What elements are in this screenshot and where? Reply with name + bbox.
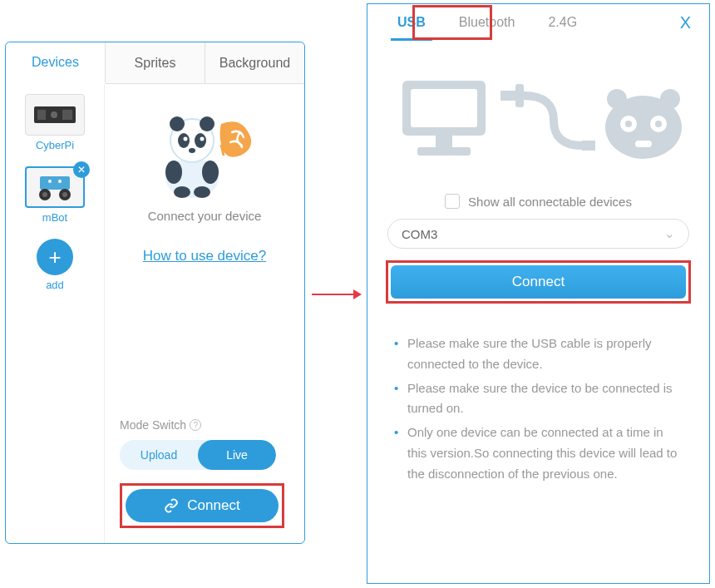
showall-checkbox[interactable] [445, 194, 460, 209]
note-item: Only one device can be connected at a ti… [391, 422, 686, 484]
devices-body: CyberPi ✕ mBot + add [6, 84, 304, 543]
arrow-icon [312, 289, 362, 300]
tab-usb[interactable]: USB [381, 4, 442, 41]
device-item-add[interactable]: + add [22, 239, 88, 291]
device-label: CyberPi [36, 139, 74, 151]
device-list: CyberPi ✕ mBot + add [6, 84, 104, 543]
close-icon[interactable]: X [675, 13, 696, 32]
howto-link[interactable]: How to use device? [143, 248, 266, 264]
connection-tabs: USB Bluetooth 2.4G X [367, 4, 709, 41]
panel-tabs: Devices Sprites Background [6, 42, 304, 84]
chevron-down-icon: ⌄ [664, 226, 675, 241]
mode-section: Mode Switch ? Upload Live Connect [115, 418, 294, 528]
notes-list: Please make sure the USB cable is proper… [391, 334, 686, 484]
device-main: Connect your device How to use device? M… [104, 84, 304, 543]
note-item: Please make sure the USB cable is proper… [391, 334, 686, 375]
svg-rect-31 [515, 84, 524, 107]
mode-label: Mode Switch ? [120, 418, 289, 432]
link-icon [164, 498, 179, 513]
connect-prompt: Connect your device [148, 209, 262, 223]
svg-point-8 [62, 192, 67, 197]
add-icon: + [37, 239, 73, 275]
svg-point-23 [194, 186, 210, 198]
svg-rect-40 [635, 141, 652, 147]
svg-rect-30 [500, 91, 515, 101]
tab-24g[interactable]: 2.4G [531, 4, 594, 41]
tab-background[interactable]: Background [205, 42, 304, 83]
device-thumb-mbot: ✕ [25, 166, 85, 208]
svg-point-13 [170, 116, 185, 131]
dialog-connect-button[interactable]: Connect [391, 265, 686, 299]
svg-point-2 [51, 111, 57, 118]
svg-point-19 [189, 148, 195, 153]
svg-point-39 [655, 121, 662, 127]
svg-rect-27 [411, 89, 477, 127]
connection-dialog: USB Bluetooth 2.4G X Show all connectabl… [367, 3, 710, 584]
svg-point-17 [184, 137, 188, 141]
showall-row: Show all connectable devices [367, 194, 709, 209]
svg-point-9 [48, 180, 52, 183]
connection-diagram [387, 66, 689, 174]
tab-bluetooth[interactable]: Bluetooth [442, 4, 532, 41]
panda-illustration [142, 99, 267, 199]
tab-devices[interactable]: Devices [6, 42, 106, 84]
port-value: COM3 [402, 227, 437, 241]
svg-point-35 [660, 89, 680, 109]
device-label: mBot [42, 211, 67, 224]
svg-rect-4 [40, 176, 70, 190]
showall-label: Show all connectable devices [468, 195, 632, 209]
port-select[interactable]: COM3 ⌄ [387, 219, 689, 249]
device-item-mbot[interactable]: ✕ mBot [22, 166, 88, 224]
svg-rect-28 [436, 136, 452, 147]
device-thumb-cyberpi [25, 94, 85, 136]
svg-point-38 [625, 121, 632, 127]
device-item-cyberpi[interactable]: CyberPi [22, 94, 88, 151]
connect-button-label: Connect [187, 497, 239, 514]
remove-device-icon[interactable]: ✕ [73, 161, 90, 178]
device-label: add [46, 279, 64, 291]
mode-label-text: Mode Switch [120, 418, 186, 432]
svg-point-15 [178, 133, 190, 148]
dialog-connect-highlight: Connect [386, 260, 691, 304]
svg-point-34 [607, 89, 627, 109]
svg-point-10 [58, 180, 62, 183]
svg-rect-29 [417, 147, 471, 156]
note-item: Please make sure the device to be connec… [391, 378, 686, 420]
connect-button-highlight: Connect [120, 483, 284, 528]
mode-switch: Upload Live [120, 440, 276, 470]
svg-rect-3 [62, 110, 72, 120]
tab-sprites[interactable]: Sprites [106, 42, 205, 83]
svg-point-22 [174, 186, 190, 198]
svg-point-20 [165, 161, 182, 184]
mode-live[interactable]: Live [198, 440, 276, 470]
svg-point-14 [200, 116, 214, 131]
svg-point-7 [42, 192, 47, 197]
svg-marker-25 [353, 289, 362, 299]
svg-rect-32 [582, 141, 595, 151]
connect-button[interactable]: Connect [126, 489, 279, 522]
svg-point-21 [202, 161, 219, 184]
device-panel: Devices Sprites Background CyberPi ✕ mBo… [5, 42, 305, 544]
mode-upload[interactable]: Upload [120, 440, 198, 470]
svg-rect-1 [37, 110, 46, 120]
help-icon[interactable]: ? [190, 419, 201, 431]
svg-point-16 [195, 133, 206, 148]
svg-point-18 [200, 137, 205, 141]
